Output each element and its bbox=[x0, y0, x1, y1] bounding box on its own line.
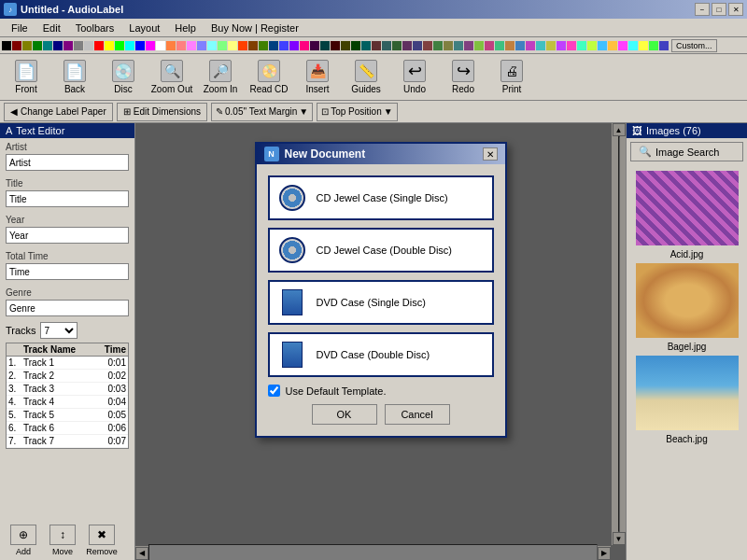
maximize-button[interactable]: □ bbox=[712, 3, 726, 16]
color-swatch[interactable] bbox=[392, 41, 402, 50]
ok-button[interactable]: OK bbox=[312, 404, 377, 425]
color-swatch[interactable] bbox=[587, 41, 597, 50]
color-swatch[interactable] bbox=[2, 41, 11, 50]
year-input[interactable] bbox=[6, 227, 129, 244]
custom-color-button[interactable]: Custom... bbox=[671, 39, 717, 52]
dvd-double-option[interactable]: DVD Case (Double Disc) bbox=[268, 332, 494, 377]
color-swatch[interactable] bbox=[546, 41, 556, 50]
artist-input[interactable] bbox=[6, 154, 129, 171]
totaltime-input[interactable] bbox=[6, 263, 129, 280]
color-swatch[interactable] bbox=[12, 41, 21, 50]
top-position-dropdown[interactable]: ⊡ Top Position ▼ bbox=[317, 103, 397, 121]
color-swatch[interactable] bbox=[53, 41, 63, 50]
color-swatch[interactable] bbox=[577, 41, 586, 50]
color-swatch[interactable] bbox=[474, 41, 484, 50]
color-swatch[interactable] bbox=[279, 41, 289, 50]
color-swatch[interactable] bbox=[187, 41, 196, 50]
list-item[interactable] bbox=[636, 356, 739, 430]
color-swatch[interactable] bbox=[536, 41, 545, 50]
undo-button[interactable]: ↩ Undo bbox=[392, 57, 437, 98]
color-swatch[interactable] bbox=[402, 41, 412, 50]
color-swatch[interactable] bbox=[495, 41, 504, 50]
color-swatch[interactable] bbox=[433, 41, 443, 50]
zoom-in-button[interactable]: 🔎 Zoom In bbox=[198, 57, 243, 98]
color-swatch[interactable] bbox=[372, 41, 381, 50]
color-swatch[interactable] bbox=[598, 41, 607, 50]
table-row[interactable]: 6.Track 60:06 bbox=[7, 422, 128, 435]
color-swatch[interactable] bbox=[125, 41, 134, 50]
color-swatch[interactable] bbox=[74, 41, 83, 50]
text-margin-dropdown[interactable]: ✎ 0.05" Text Margin ▼ bbox=[211, 103, 313, 121]
color-swatch[interactable] bbox=[628, 41, 638, 50]
color-swatch[interactable] bbox=[259, 41, 268, 50]
redo-button[interactable]: ↪ Redo bbox=[441, 57, 486, 98]
color-swatch[interactable] bbox=[341, 41, 350, 50]
print-button[interactable]: 🖨 Print bbox=[489, 57, 534, 98]
menu-toolbars[interactable]: Toolbars bbox=[68, 21, 122, 35]
color-swatch[interactable] bbox=[557, 41, 566, 50]
close-button[interactable]: ✕ bbox=[728, 3, 743, 16]
menu-buynow[interactable]: Buy Now | Register bbox=[204, 21, 306, 35]
table-row[interactable]: 2.Track 20:02 bbox=[7, 370, 128, 383]
list-item[interactable] bbox=[636, 263, 739, 338]
color-swatch[interactable] bbox=[382, 41, 391, 50]
color-swatch[interactable] bbox=[454, 41, 463, 50]
edit-dimensions-button[interactable]: ⊞ Edit Dimensions bbox=[117, 103, 207, 121]
color-swatch[interactable] bbox=[300, 41, 309, 50]
color-swatch[interactable] bbox=[94, 41, 104, 50]
color-swatch[interactable] bbox=[176, 41, 186, 50]
default-template-checkbox[interactable] bbox=[268, 385, 280, 397]
color-swatch[interactable] bbox=[608, 41, 617, 50]
color-swatch[interactable] bbox=[659, 41, 669, 50]
cd-double-option[interactable]: CD Jewel Case (Double Disc) bbox=[268, 228, 494, 273]
color-swatch[interactable] bbox=[423, 41, 432, 50]
color-swatch[interactable] bbox=[351, 41, 360, 50]
color-swatch[interactable] bbox=[146, 41, 155, 50]
table-row[interactable]: 7.Track 70:07 bbox=[7, 435, 128, 448]
menu-file[interactable]: File bbox=[4, 21, 35, 35]
color-swatch[interactable] bbox=[331, 41, 340, 50]
color-swatch[interactable] bbox=[207, 41, 217, 50]
front-button[interactable]: 📄 Front bbox=[4, 57, 49, 98]
color-swatch[interactable] bbox=[43, 41, 52, 50]
color-swatch[interactable] bbox=[526, 41, 535, 50]
color-swatch[interactable] bbox=[464, 41, 473, 50]
color-swatch[interactable] bbox=[218, 41, 227, 50]
zoom-out-button[interactable]: 🔍 Zoom Out bbox=[149, 57, 194, 98]
color-swatch[interactable] bbox=[515, 41, 525, 50]
color-swatch[interactable] bbox=[444, 41, 453, 50]
color-swatch[interactable] bbox=[505, 41, 514, 50]
change-label-button[interactable]: ◀ Change Label Paper bbox=[4, 103, 113, 121]
color-swatch[interactable] bbox=[63, 41, 73, 50]
table-row[interactable]: 4.Track 40:04 bbox=[7, 396, 128, 409]
color-swatch[interactable] bbox=[649, 41, 658, 50]
minimize-button[interactable]: − bbox=[695, 3, 710, 16]
color-swatch[interactable] bbox=[105, 41, 114, 50]
table-row[interactable]: 3.Track 30:03 bbox=[7, 383, 128, 396]
color-swatch[interactable] bbox=[567, 41, 576, 50]
modal-close-button[interactable]: ✕ bbox=[483, 147, 498, 161]
color-swatch[interactable] bbox=[166, 41, 176, 50]
color-swatch[interactable] bbox=[289, 41, 299, 50]
color-swatch[interactable] bbox=[197, 41, 206, 50]
color-swatch[interactable] bbox=[84, 41, 93, 50]
genre-input[interactable] bbox=[6, 300, 129, 316]
color-swatch[interactable] bbox=[33, 41, 42, 50]
remove-track-button[interactable]: ✖ Remove bbox=[84, 525, 120, 556]
color-swatch[interactable] bbox=[22, 41, 32, 50]
color-swatch[interactable] bbox=[156, 41, 165, 50]
table-row[interactable]: 1.Track 10:01 bbox=[7, 357, 128, 370]
color-swatch[interactable] bbox=[320, 41, 330, 50]
color-swatch[interactable] bbox=[361, 41, 371, 50]
image-search-button[interactable]: 🔍 Image Search bbox=[630, 142, 743, 161]
color-swatch[interactable] bbox=[248, 41, 258, 50]
color-swatch[interactable] bbox=[639, 41, 648, 50]
color-swatch[interactable] bbox=[413, 41, 422, 50]
menu-edit[interactable]: Edit bbox=[35, 21, 68, 35]
color-swatch[interactable] bbox=[269, 41, 278, 50]
table-row[interactable]: 5.Track 50:05 bbox=[7, 409, 128, 422]
tracks-select[interactable]: 7 1234 568910 bbox=[40, 322, 78, 339]
color-swatch[interactable] bbox=[115, 41, 124, 50]
color-swatch[interactable] bbox=[310, 41, 319, 50]
guides-button[interactable]: 📏 Guides bbox=[344, 57, 388, 98]
